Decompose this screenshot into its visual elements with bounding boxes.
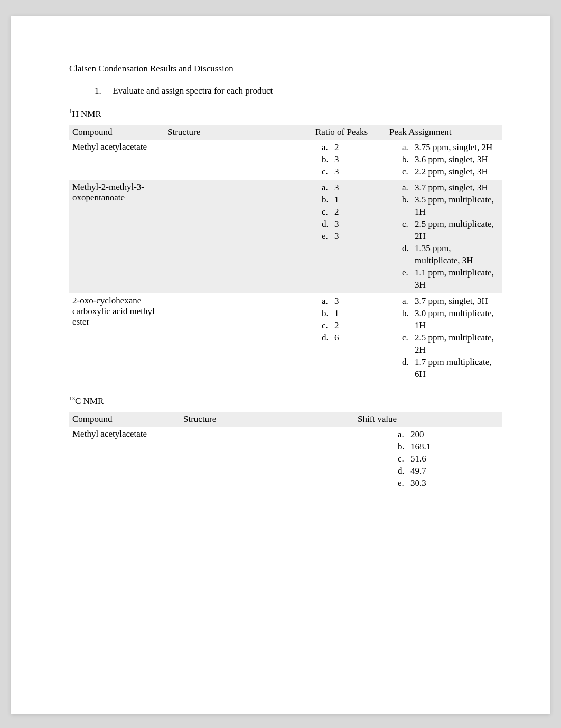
label: c. [322,206,334,218]
ratio-value: 3 [334,182,339,192]
cell-ratio: a.2 b.3 c.3 [312,140,386,180]
label: d. [322,332,334,344]
table-row: 2-oxo-cyclohexane carboxylic acid methyl… [69,293,502,383]
label: b. [322,154,334,166]
question-item-1: 1. Evaluate and assign spectra for each … [95,86,502,96]
cell-shift: a.200 b.168.1 c.51.6 d.49.7 e.30.3 [354,427,502,492]
cell-compound: Methyl acetylacetate [69,427,180,492]
label: c. [398,453,410,465]
peak-value: 1.1 ppm, multiplicate, 3H [415,268,494,290]
cell-peak: a.3.7 ppm, singlet, 3H b.3.5 ppm, multip… [386,180,502,293]
hnmr-label: H NMR [72,109,101,119]
peak-value: 3.75 ppm, singlet, 2H [415,142,492,152]
peak-value: 1.7 ppm multiplicate, 6H [415,357,491,379]
peak-value: 2.2 ppm, singlet, 3H [415,167,488,177]
ratio-value: 2 [334,320,339,330]
label: a. [402,296,415,308]
label: b. [322,194,334,206]
shift-value: 49.7 [410,466,426,476]
label: c. [402,332,415,344]
ratio-value: 1 [334,308,339,318]
cell-compound: Methyl-2-methyl-3-oxopentanoate [69,180,164,293]
label: d. [402,356,415,368]
heading-hnmr: 1H NMR [69,108,502,119]
ratio-value: 3 [334,154,339,164]
label: a. [322,142,334,154]
col-shift: Shift value [354,412,502,427]
col-structure: Structure [164,125,312,140]
cnmr-table: Compound Structure Shift value Methyl ac… [69,412,502,492]
ratio-value: 1 [334,195,339,205]
label: b. [402,194,415,206]
ratio-value: 3 [334,296,339,306]
col-ratio: Ratio of Peaks [312,125,386,140]
heading-cnmr: 13C NMR [69,395,502,407]
table-row: Methyl acetylacetate a.2 b.3 c.3 a.3.75 … [69,140,502,180]
label: b. [402,154,415,166]
list-number: 1. [95,86,110,96]
page-title: Claisen Condensation Results and Discuss… [69,63,502,74]
label: b. [402,308,415,320]
label: c. [322,166,334,178]
peak-value: 3.6 ppm, singlet, 3H [415,154,488,164]
document-page: Claisen Condensation Results and Discuss… [11,16,550,714]
cell-structure [180,427,354,492]
shift-value: 30.3 [410,478,426,488]
col-peak: Peak Assignment [386,125,502,140]
label: a. [402,142,415,154]
cell-structure [164,140,312,180]
shift-value: 51.6 [410,454,426,464]
hnmr-table: Compound Structure Ratio of Peaks Peak A… [69,125,502,383]
cell-ratio: a.3 b.1 c.2 d.3 e.3 [312,180,386,293]
label: e. [322,231,334,243]
col-compound: Compound [69,412,180,427]
cell-peak: a.3.7 ppm, singlet, 3H b.3.0 ppm, multip… [386,293,502,383]
col-compound: Compound [69,125,164,140]
ratio-value: 3 [334,167,339,177]
cell-compound: 2-oxo-cyclohexane carboxylic acid methyl… [69,293,164,383]
label: a. [322,296,334,308]
label: b. [398,441,410,453]
label: d. [322,218,334,231]
label: e. [402,267,415,279]
cell-ratio: a.3 b.1 c.2 d.6 [312,293,386,383]
label: b. [322,308,334,320]
ratio-value: 2 [334,207,339,217]
label: a. [398,429,410,441]
cnmr-super: 13 [69,395,75,401]
label: c. [322,320,334,332]
cell-structure [164,180,312,293]
col-structure: Structure [180,412,354,427]
label: a. [322,182,334,194]
table-row: Methyl-2-methyl-3-oxopentanoate a.3 b.1 … [69,180,502,293]
shift-value: 200 [410,429,424,439]
ratio-value: 6 [334,333,339,343]
label: c. [402,218,415,231]
peak-value: 3.5 ppm, multiplicate, 1H [415,195,494,217]
cell-structure [164,293,312,383]
cell-peak: a.3.75 ppm, singlet, 2H b.3.6 ppm, singl… [386,140,502,180]
table-row: Methyl acetylacetate a.200 b.168.1 c.51.… [69,427,502,492]
shift-value: 168.1 [410,441,431,451]
list-text: Evaluate and assign spectra for each pro… [113,86,273,96]
label: a. [402,182,415,194]
peak-value: 1.35 ppm, multiplicate, 3H [415,243,473,265]
ratio-value: 3 [334,219,339,229]
label: d. [402,243,415,255]
cnmr-label: C NMR [75,396,104,406]
ratio-value: 3 [334,231,339,241]
peak-value: 3.7 ppm, singlet, 3H [415,296,488,306]
peak-value: 2.5 ppm, multiplicate, 2H [415,219,494,241]
cell-compound: Methyl acetylacetate [69,140,164,180]
peak-value: 3.7 ppm, singlet, 3H [415,182,488,192]
label: c. [402,166,415,178]
peak-value: 2.5 ppm, multiplicate, 2H [415,333,494,355]
label: e. [398,477,410,490]
ratio-value: 2 [334,142,339,152]
label: d. [398,465,410,477]
peak-value: 3.0 ppm, multiplicate, 1H [415,308,494,330]
